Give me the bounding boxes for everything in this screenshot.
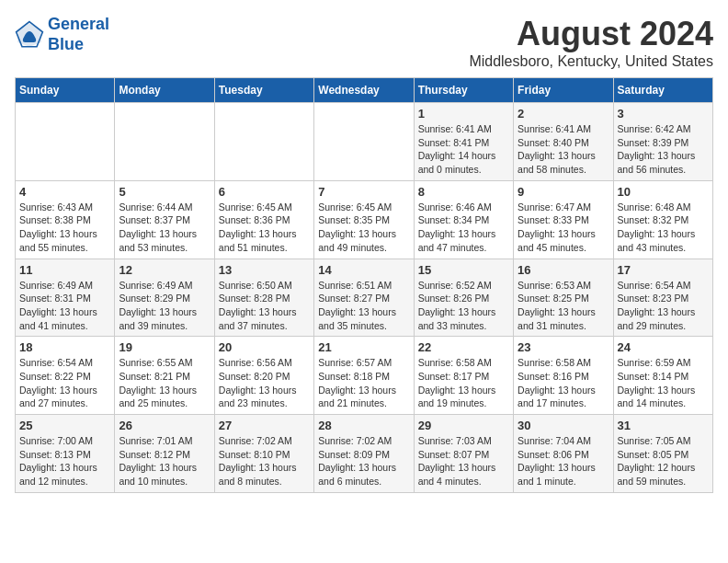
weekday-header-friday: Friday	[514, 78, 613, 103]
calendar-cell: 3Sunrise: 6:42 AM Sunset: 8:39 PM Daylig…	[613, 103, 712, 181]
calendar-week-4: 18Sunrise: 6:54 AM Sunset: 8:22 PM Dayli…	[16, 337, 713, 415]
day-number: 11	[19, 263, 110, 277]
weekday-header-thursday: Thursday	[414, 78, 513, 103]
location-subtitle: Middlesboro, Kentucky, United States	[469, 53, 713, 70]
calendar-cell: 13Sunrise: 6:50 AM Sunset: 8:28 PM Dayli…	[214, 259, 313, 337]
day-info: Sunrise: 6:41 AM Sunset: 8:41 PM Dayligh…	[418, 122, 509, 177]
logo-text: General Blue	[48, 15, 109, 54]
day-number: 26	[119, 419, 210, 432]
calendar-cell	[214, 103, 313, 181]
day-info: Sunrise: 6:43 AM Sunset: 8:38 PM Dayligh…	[19, 201, 110, 255]
logo-icon	[15, 20, 44, 50]
day-info: Sunrise: 7:02 AM Sunset: 8:09 PM Dayligh…	[318, 434, 409, 488]
calendar-cell: 12Sunrise: 6:49 AM Sunset: 8:29 PM Dayli…	[115, 259, 214, 337]
logo-line2: Blue	[48, 35, 84, 53]
day-number: 17	[618, 263, 709, 277]
title-block: August 2024 Middlesboro, Kentucky, Unite…	[469, 15, 713, 70]
calendar-cell: 26Sunrise: 7:01 AM Sunset: 8:12 PM Dayli…	[115, 415, 214, 493]
day-info: Sunrise: 7:00 AM Sunset: 8:13 PM Dayligh…	[19, 434, 110, 488]
day-info: Sunrise: 6:47 AM Sunset: 8:33 PM Dayligh…	[518, 201, 609, 255]
day-number: 22	[418, 340, 509, 354]
day-info: Sunrise: 7:03 AM Sunset: 8:07 PM Dayligh…	[418, 434, 509, 488]
calendar-cell: 18Sunrise: 6:54 AM Sunset: 8:22 PM Dayli…	[16, 337, 115, 415]
month-year-title: August 2024	[469, 15, 713, 53]
day-info: Sunrise: 6:42 AM Sunset: 8:39 PM Dayligh…	[618, 122, 709, 177]
day-info: Sunrise: 6:50 AM Sunset: 8:28 PM Dayligh…	[219, 279, 310, 333]
calendar-week-3: 11Sunrise: 6:49 AM Sunset: 8:31 PM Dayli…	[16, 259, 713, 337]
day-info: Sunrise: 6:58 AM Sunset: 8:17 PM Dayligh…	[418, 356, 509, 410]
day-number: 31	[618, 419, 709, 432]
day-info: Sunrise: 6:49 AM Sunset: 8:31 PM Dayligh…	[19, 279, 110, 333]
calendar-cell: 30Sunrise: 7:04 AM Sunset: 8:06 PM Dayli…	[514, 415, 613, 493]
calendar-cell: 19Sunrise: 6:55 AM Sunset: 8:21 PM Dayli…	[115, 337, 214, 415]
day-number: 6	[219, 185, 310, 199]
day-number: 27	[219, 419, 310, 432]
logo: General Blue	[15, 15, 109, 54]
weekday-header-saturday: Saturday	[613, 78, 712, 103]
calendar-cell: 29Sunrise: 7:03 AM Sunset: 8:07 PM Dayli…	[414, 415, 513, 493]
day-number: 18	[19, 340, 110, 354]
day-info: Sunrise: 7:02 AM Sunset: 8:10 PM Dayligh…	[219, 434, 310, 488]
day-number: 23	[518, 340, 609, 354]
day-info: Sunrise: 6:48 AM Sunset: 8:32 PM Dayligh…	[618, 201, 709, 255]
calendar-table: SundayMondayTuesdayWednesdayThursdayFrid…	[15, 77, 713, 493]
day-number: 3	[618, 107, 709, 121]
weekday-header-sunday: Sunday	[16, 78, 115, 103]
logo-line1: General	[48, 15, 109, 33]
day-number: 21	[318, 340, 409, 354]
calendar-cell: 1Sunrise: 6:41 AM Sunset: 8:41 PM Daylig…	[414, 103, 513, 181]
calendar-cell: 7Sunrise: 6:45 AM Sunset: 8:35 PM Daylig…	[314, 180, 414, 259]
day-number: 16	[518, 263, 609, 277]
day-number: 2	[518, 107, 609, 121]
calendar-cell: 5Sunrise: 6:44 AM Sunset: 8:37 PM Daylig…	[115, 180, 214, 259]
day-info: Sunrise: 6:54 AM Sunset: 8:22 PM Dayligh…	[19, 356, 110, 410]
day-info: Sunrise: 6:56 AM Sunset: 8:20 PM Dayligh…	[219, 356, 310, 410]
calendar-cell: 8Sunrise: 6:46 AM Sunset: 8:34 PM Daylig…	[414, 180, 513, 259]
calendar-cell: 17Sunrise: 6:54 AM Sunset: 8:23 PM Dayli…	[613, 259, 712, 337]
calendar-cell: 9Sunrise: 6:47 AM Sunset: 8:33 PM Daylig…	[514, 180, 613, 259]
day-number: 25	[19, 419, 110, 432]
calendar-cell: 24Sunrise: 6:59 AM Sunset: 8:14 PM Dayli…	[613, 337, 712, 415]
calendar-cell: 27Sunrise: 7:02 AM Sunset: 8:10 PM Dayli…	[214, 415, 313, 493]
day-number: 8	[418, 185, 509, 199]
day-number: 28	[318, 419, 409, 432]
calendar-cell: 23Sunrise: 6:58 AM Sunset: 8:16 PM Dayli…	[514, 337, 613, 415]
day-number: 24	[618, 340, 709, 354]
day-info: Sunrise: 6:55 AM Sunset: 8:21 PM Dayligh…	[119, 356, 210, 410]
calendar-cell: 31Sunrise: 7:05 AM Sunset: 8:05 PM Dayli…	[613, 415, 712, 493]
day-number: 10	[618, 185, 709, 199]
day-info: Sunrise: 6:45 AM Sunset: 8:35 PM Dayligh…	[318, 201, 409, 255]
calendar-cell: 14Sunrise: 6:51 AM Sunset: 8:27 PM Dayli…	[314, 259, 414, 337]
day-info: Sunrise: 6:45 AM Sunset: 8:36 PM Dayligh…	[219, 201, 310, 255]
day-info: Sunrise: 6:57 AM Sunset: 8:18 PM Dayligh…	[318, 356, 409, 410]
day-info: Sunrise: 6:54 AM Sunset: 8:23 PM Dayligh…	[618, 279, 709, 333]
calendar-cell: 22Sunrise: 6:58 AM Sunset: 8:17 PM Dayli…	[414, 337, 513, 415]
day-number: 1	[418, 107, 509, 121]
day-info: Sunrise: 6:53 AM Sunset: 8:25 PM Dayligh…	[518, 279, 609, 333]
weekday-header-wednesday: Wednesday	[314, 78, 414, 103]
day-number: 5	[119, 185, 210, 199]
day-number: 9	[518, 185, 609, 199]
calendar-cell	[314, 103, 414, 181]
calendar-cell: 15Sunrise: 6:52 AM Sunset: 8:26 PM Dayli…	[414, 259, 513, 337]
day-info: Sunrise: 7:04 AM Sunset: 8:06 PM Dayligh…	[518, 434, 609, 488]
calendar-cell: 20Sunrise: 6:56 AM Sunset: 8:20 PM Dayli…	[214, 337, 313, 415]
day-info: Sunrise: 7:01 AM Sunset: 8:12 PM Dayligh…	[119, 434, 210, 488]
calendar-cell	[115, 103, 214, 181]
calendar-cell: 11Sunrise: 6:49 AM Sunset: 8:31 PM Dayli…	[16, 259, 115, 337]
calendar-cell: 21Sunrise: 6:57 AM Sunset: 8:18 PM Dayli…	[314, 337, 414, 415]
day-info: Sunrise: 6:58 AM Sunset: 8:16 PM Dayligh…	[518, 356, 609, 410]
day-info: Sunrise: 6:51 AM Sunset: 8:27 PM Dayligh…	[318, 279, 409, 333]
calendar-cell: 10Sunrise: 6:48 AM Sunset: 8:32 PM Dayli…	[613, 180, 712, 259]
calendar-week-1: 1Sunrise: 6:41 AM Sunset: 8:41 PM Daylig…	[16, 103, 713, 181]
calendar-week-5: 25Sunrise: 7:00 AM Sunset: 8:13 PM Dayli…	[16, 415, 713, 493]
day-info: Sunrise: 6:46 AM Sunset: 8:34 PM Dayligh…	[418, 201, 509, 255]
page-header: General Blue August 2024 Middlesboro, Ke…	[15, 15, 713, 70]
day-number: 14	[318, 263, 409, 277]
day-number: 30	[518, 419, 609, 432]
day-info: Sunrise: 6:44 AM Sunset: 8:37 PM Dayligh…	[119, 201, 210, 255]
day-info: Sunrise: 6:41 AM Sunset: 8:40 PM Dayligh…	[518, 122, 609, 177]
weekday-header-tuesday: Tuesday	[214, 78, 313, 103]
calendar-cell: 16Sunrise: 6:53 AM Sunset: 8:25 PM Dayli…	[514, 259, 613, 337]
day-number: 19	[119, 340, 210, 354]
